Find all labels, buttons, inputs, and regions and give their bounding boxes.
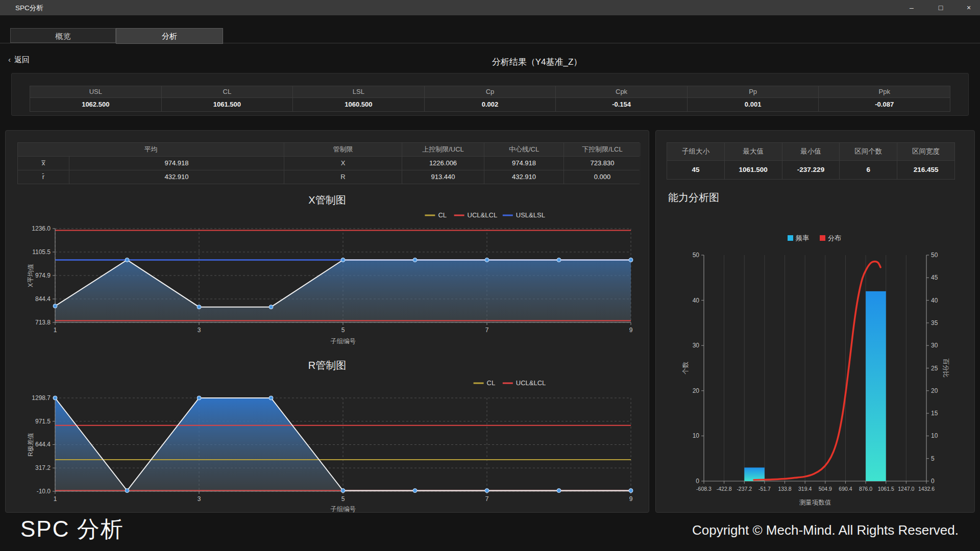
- data-point[interactable]: [413, 258, 417, 262]
- data-point[interactable]: [197, 305, 201, 309]
- summary-value-binwidth: 216.455: [897, 161, 954, 179]
- svg-text:USL&LSL: USL&LSL: [516, 211, 545, 219]
- svg-text:50: 50: [931, 252, 938, 259]
- summary-header-min: 最小值: [782, 143, 840, 160]
- title-bar: SPC分析 – □ ×: [0, 0, 980, 15]
- svg-text:分布: 分布: [828, 234, 841, 242]
- data-point[interactable]: [413, 489, 417, 493]
- svg-text:30: 30: [693, 342, 700, 349]
- svg-text:1247.0: 1247.0: [898, 486, 914, 492]
- svg-text:0: 0: [696, 478, 699, 485]
- svg-text:5: 5: [341, 327, 345, 334]
- r-lcl: 0.000: [564, 170, 641, 184]
- stat-header-usl: USL: [30, 86, 161, 97]
- svg-text:1236.0: 1236.0: [32, 225, 51, 232]
- capability-chart-title: 能力分析图: [668, 191, 719, 205]
- svg-text:百分比: 百分比: [942, 359, 949, 378]
- data-point[interactable]: [269, 396, 273, 400]
- footer-copyright: Copyright © Mech-Mind. All Rights Reserv…: [692, 522, 959, 538]
- data-point[interactable]: [629, 258, 633, 262]
- data-point[interactable]: [557, 258, 561, 262]
- chevron-left-icon: ‹: [8, 55, 11, 64]
- limits-header-chart: 管制限: [284, 143, 402, 156]
- svg-text:40: 40: [693, 297, 700, 304]
- svg-text:CL: CL: [487, 379, 496, 387]
- svg-text:CL: CL: [438, 211, 447, 219]
- data-point[interactable]: [53, 396, 57, 400]
- svg-text:25: 25: [931, 365, 938, 372]
- svg-text:-237.2: -237.2: [737, 486, 752, 492]
- data-point[interactable]: [125, 489, 129, 493]
- svg-text:1: 1: [54, 327, 57, 334]
- stat-header-cpk: Cpk: [556, 86, 687, 97]
- svg-text:9: 9: [629, 327, 633, 334]
- stat-value-cp: 0.002: [425, 98, 556, 111]
- svg-text:0: 0: [931, 478, 935, 485]
- capability-chart[interactable]: -608.3-422.8-237.2-51.7133.8319.4504.969…: [659, 225, 976, 512]
- svg-text:-422.8: -422.8: [717, 486, 732, 492]
- control-limits-table: 平均 管制限 上控制限/UCL 中心线/CL 下控制限/LCL x̿ 974.9…: [17, 142, 640, 184]
- x-control-chart[interactable]: 1236.01105.5974.9844.4713.813579X管制图USL&…: [17, 190, 642, 349]
- r-control-chart[interactable]: 1298.7971.5644.4317.2-10.013579R管制图UCL&L…: [17, 357, 642, 519]
- data-point[interactable]: [197, 396, 201, 400]
- back-label: 返回: [14, 55, 30, 64]
- svg-text:30: 30: [931, 342, 938, 349]
- x-cl: 974.918: [484, 157, 564, 170]
- maximize-button[interactable]: □: [929, 0, 952, 15]
- svg-text:35: 35: [931, 319, 938, 327]
- stat-header-lsl: LSL: [293, 86, 424, 97]
- histogram-bar[interactable]: [866, 291, 886, 481]
- data-point[interactable]: [125, 258, 129, 262]
- svg-text:876.0: 876.0: [859, 486, 872, 492]
- svg-text:319.4: 319.4: [798, 486, 812, 492]
- svg-text:UCL&LCL: UCL&LCL: [516, 379, 546, 387]
- svg-text:9: 9: [629, 495, 633, 503]
- tab-analysis[interactable]: 分析: [116, 28, 223, 44]
- legend-item-频率[interactable]: [788, 235, 793, 241]
- data-point[interactable]: [485, 489, 489, 493]
- data-point[interactable]: [629, 489, 633, 493]
- svg-text:-608.3: -608.3: [696, 486, 712, 492]
- capability-stats-table: USL CL LSL Cp Cpk Pp Ppk 1062.500 1061.5…: [30, 86, 950, 112]
- svg-text:974.9: 974.9: [35, 272, 51, 279]
- x-lcl: 723.830: [564, 157, 641, 170]
- svg-text:20: 20: [931, 387, 938, 394]
- tab-overview[interactable]: 概览: [10, 28, 116, 43]
- svg-text:7: 7: [485, 327, 489, 334]
- svg-text:子组编号: 子组编号: [330, 338, 356, 345]
- stat-value-lsl: 1060.500: [293, 98, 424, 111]
- back-button[interactable]: ‹返回: [8, 55, 30, 65]
- svg-text:15: 15: [931, 410, 938, 417]
- svg-text:1432.6: 1432.6: [918, 486, 935, 492]
- svg-text:40: 40: [931, 297, 938, 304]
- data-point[interactable]: [341, 258, 345, 262]
- stat-header-pp: Pp: [688, 86, 819, 97]
- svg-text:5: 5: [341, 495, 345, 503]
- svg-text:-10.0: -10.0: [37, 488, 51, 495]
- data-point[interactable]: [485, 258, 489, 262]
- summary-header-binwidth: 区间宽度: [897, 143, 954, 160]
- distribution-curve: [754, 261, 880, 480]
- summary-value-bins: 6: [840, 161, 897, 179]
- summary-value-min: -237.229: [782, 161, 840, 179]
- stat-value-ppk: -0.087: [819, 98, 950, 111]
- data-point[interactable]: [341, 489, 345, 493]
- svg-text:504.9: 504.9: [819, 486, 832, 492]
- capability-panel: 子组大小 最大值 最小值 区间个数 区间宽度 45 1061.500 -237.…: [655, 130, 975, 513]
- close-button[interactable]: ×: [958, 0, 980, 15]
- svg-text:1061.5: 1061.5: [878, 486, 894, 492]
- svg-text:1298.7: 1298.7: [32, 394, 51, 402]
- svg-text:-51.7: -51.7: [758, 486, 771, 492]
- svg-text:X平均值: X平均值: [27, 264, 34, 287]
- legend-item-分布[interactable]: [820, 235, 825, 241]
- stat-value-pp: 0.001: [688, 98, 819, 111]
- limits-header-cl: 中心线/CL: [484, 143, 564, 156]
- svg-text:133.8: 133.8: [778, 486, 791, 492]
- minimize-button[interactable]: –: [900, 0, 923, 15]
- data-point[interactable]: [53, 304, 57, 308]
- data-point[interactable]: [269, 305, 273, 309]
- summary-value-max: 1061.500: [725, 161, 782, 179]
- r-ucl: 913.440: [402, 170, 484, 184]
- stat-header-cl: CL: [162, 86, 293, 97]
- data-point[interactable]: [557, 489, 561, 493]
